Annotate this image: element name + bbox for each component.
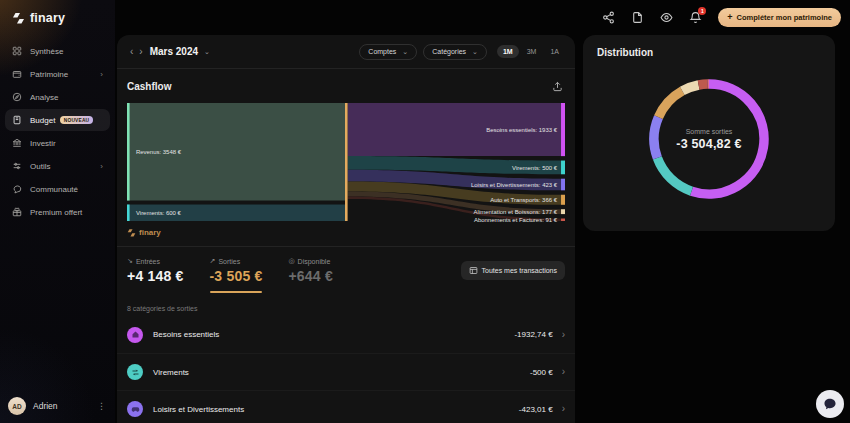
sidebar-item-label: Budget <box>30 116 55 125</box>
donut-segment-besoins-essentiels[interactable] <box>692 84 764 194</box>
sidebar-item-synth-se[interactable]: Synthèse <box>5 40 110 62</box>
cashflow-header: Cashflow <box>117 69 575 100</box>
stat-label: Disponible <box>298 258 331 265</box>
distribution-card: Distribution Somme sorties -3 504,82 € <box>583 35 835 231</box>
app-window: finary SynthèsePatrimoine›AnalyseBudgetN… <box>0 0 850 423</box>
bell-icon[interactable]: 1 <box>689 11 702 24</box>
sidebar-item-label: Investir <box>30 139 56 148</box>
range-group: 1M3M1A <box>497 45 565 58</box>
stat-value: +4 148 € <box>127 268 184 284</box>
range-1m[interactable]: 1M <box>497 45 519 58</box>
sidebar-item-label: Analyse <box>30 93 58 102</box>
sidebar-item-budget[interactable]: BudgetNOUVEAU <box>5 109 110 131</box>
wallet-icon <box>12 69 22 79</box>
toolbar-filters: Comptes⌄ Catégories⌄ 1M3M1A <box>359 44 565 60</box>
chevron-right-icon: › <box>100 162 103 171</box>
chat-bubble-icon <box>823 397 837 411</box>
sankey-source-edge <box>127 103 130 201</box>
sidebar-nav: SynthèsePatrimoine›AnalyseBudgetNOUVEAUI… <box>0 40 115 223</box>
dispo-arrow-icon: ◎ <box>288 257 294 265</box>
stat-value: +644 € <box>288 268 332 284</box>
sankey-target-edge <box>561 209 565 214</box>
category-row[interactable]: Virements-500 €› <box>117 353 575 390</box>
transfer-icon <box>127 364 143 380</box>
sankey-junction-node <box>345 103 348 221</box>
stat-tab-dispo[interactable]: ◎Disponible+644 € <box>288 257 332 284</box>
active-tab-underline <box>210 291 263 293</box>
plus-icon: + <box>727 12 732 22</box>
prev-period-icon[interactable]: ‹ <box>127 46 136 57</box>
distribution-donut-chart[interactable]: Somme sorties -3 504,82 € <box>645 75 773 203</box>
range-1a[interactable]: 1A <box>544 45 565 58</box>
chart-watermark: finary <box>127 228 575 237</box>
sidebar-item-label: Premium offert <box>30 208 82 217</box>
finary-watermark-icon <box>127 229 136 237</box>
categories-list: Besoins essentiels-1932,74 €›Virements-5… <box>117 316 575 423</box>
category-name: Virements <box>153 368 189 377</box>
ledger-icon <box>12 115 22 125</box>
user-menu-icon[interactable]: ⋮ <box>97 401 107 411</box>
comptes-dropdown[interactable]: Comptes⌄ <box>359 44 417 60</box>
share-icon[interactable] <box>602 11 615 24</box>
export-pdf-icon[interactable] <box>631 11 644 24</box>
stat-tab-entries[interactable]: ↘Entrées+4 148 € <box>127 257 184 284</box>
donut-segment-loisirs-et-divertissements[interactable] <box>654 117 658 158</box>
sankey-target-label: Auto et Transports: 366 € <box>490 197 558 203</box>
categories-dropdown[interactable]: Catégories⌄ <box>423 44 487 60</box>
category-row[interactable]: Besoins essentiels-1932,74 €› <box>117 316 575 353</box>
export-chart-icon[interactable] <box>549 78 565 94</box>
sankey-target-edge <box>561 161 565 175</box>
stat-tab-sorties[interactable]: ↗Sorties-3 505 € <box>210 257 263 293</box>
sankey-source-edge <box>127 205 130 221</box>
sidebar-item-analyse[interactable]: Analyse <box>5 86 110 108</box>
sidebar-item-communaut-[interactable]: Communauté <box>5 178 110 200</box>
new-badge: NOUVEAU <box>60 116 92 124</box>
category-name: Besoins essentiels <box>153 330 219 339</box>
all-transactions-label: Toutes mes transactions <box>482 267 557 274</box>
watermark-text: finary <box>139 228 161 237</box>
sankey-target-label: Virements: 500 € <box>512 165 558 171</box>
sorties-arrow-icon: ↗ <box>210 257 216 265</box>
sidebar-item-patrimoine[interactable]: Patrimoine› <box>5 63 110 85</box>
finary-logo[interactable]: finary <box>0 0 115 25</box>
next-period-icon[interactable]: › <box>136 46 145 57</box>
category-amount: -423,01 € <box>519 405 553 414</box>
bank-icon <box>12 138 22 148</box>
category-row[interactable]: Loisirs et Divertissements-423,01 €› <box>117 390 575 423</box>
grid-icon <box>12 46 22 56</box>
all-transactions-button[interactable]: Toutes mes transactions <box>461 261 565 280</box>
sidebar-item-investir[interactable]: Investir <box>5 132 110 154</box>
sidebar-item-outils[interactable]: Outils› <box>5 155 110 177</box>
sidebar-item-premium-offert[interactable]: Premium offert <box>5 201 110 223</box>
notification-badge: 1 <box>698 7 706 15</box>
budget-panel: ‹ › Mars 2024 ⌄ Comptes⌄ Catégories⌄ 1M3… <box>117 35 575 423</box>
period-selector[interactable]: Mars 2024 <box>150 46 198 57</box>
donut-segment-abonnements-et-factures[interactable] <box>699 84 708 85</box>
user-row[interactable]: AD Adrien ⋮ <box>8 397 107 415</box>
donut-segment-virements[interactable] <box>657 158 691 191</box>
category-amount: -500 € <box>530 368 553 377</box>
sidebar-item-label: Patrimoine <box>30 70 68 79</box>
eye-icon[interactable] <box>660 11 673 24</box>
sankey-target-label: Loisirs et Divertissements: 423 € <box>471 182 558 188</box>
chevron-right-icon: › <box>100 70 103 79</box>
complete-patrimoine-button[interactable]: + Compléter mon patrimoine <box>718 8 841 27</box>
stat-value: -3 505 € <box>210 268 263 284</box>
tools-icon <box>12 161 22 171</box>
chat-button[interactable] <box>816 390 844 418</box>
sankey-source-label: Virements: 600 € <box>136 210 182 216</box>
sidebar-item-label: Synthèse <box>30 47 63 56</box>
donut-segment-alimentation-et-boissons[interactable] <box>682 85 698 91</box>
cashflow-sankey-chart[interactable]: Revenus: 3548 €Virements: 600 €Besoins e… <box>127 102 565 223</box>
category-amount: -1932,74 € <box>514 330 552 339</box>
stat-label: Sorties <box>218 258 240 265</box>
period-toolbar: ‹ › Mars 2024 ⌄ Comptes⌄ Catégories⌄ 1M3… <box>117 35 575 69</box>
cashflow-title: Cashflow <box>127 81 171 92</box>
game-icon <box>127 401 143 417</box>
sidebar: finary SynthèsePatrimoine›AnalyseBudgetN… <box>0 0 115 423</box>
donut-segment-auto-et-transports[interactable] <box>658 91 682 117</box>
range-3m[interactable]: 3M <box>521 45 543 58</box>
app-name: finary <box>30 11 65 25</box>
stat-label: Entrées <box>136 258 160 265</box>
avatar: AD <box>8 397 26 415</box>
